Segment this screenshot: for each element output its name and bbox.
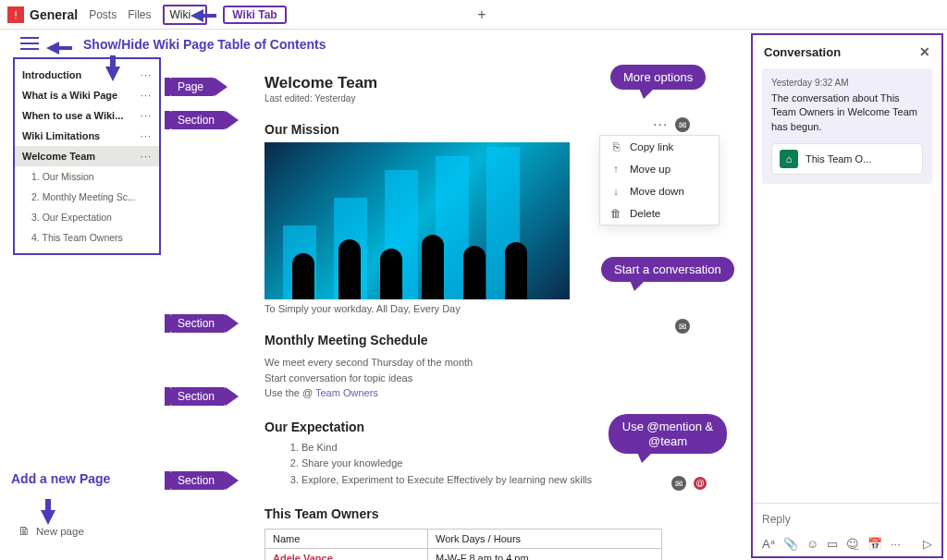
page-plus-icon: 🗎 [18, 524, 31, 538]
tab-posts[interactable]: Posts [89, 0, 117, 30]
annotation-wiki-tab: Wiki Tab [223, 6, 286, 24]
wiki-section-card[interactable]: ⌂ This Team O... [771, 143, 923, 175]
arrow-icon [191, 9, 203, 22]
annotation-start-conversation: Start a conversation [601, 257, 734, 282]
message-time: Yesterday 9:32 AM [771, 78, 923, 88]
arrow-icon [46, 42, 59, 55]
arrow-down-icon: ↓ [609, 186, 622, 197]
chat-icon[interactable]: ✉ [675, 319, 690, 334]
send-icon[interactable]: ▷ [923, 537, 932, 551]
ellipsis-icon[interactable]: ··· [141, 130, 152, 141]
toc-label: What is a Wiki Page [22, 90, 117, 101]
toc-section-expectation[interactable]: 3. Our Expectation [15, 207, 159, 227]
table-row: Adele Vance M-W-F 8 am to 4 pm [265, 549, 662, 560]
table-header-row: Name Work Days / Hours [265, 530, 662, 549]
expect-item-2: Share your knowledge [301, 456, 727, 472]
meeting-line3: Use the @ Team Owners [264, 385, 727, 401]
section-heading-meeting[interactable]: Monthly Meeting Schedule [264, 333, 727, 347]
sticker-icon[interactable]: ☺̤ [846, 537, 859, 551]
annotation-section: Section [170, 111, 226, 129]
section-context-menu: ⎘Copy link ↑Move up ↓Move down 🗑Delete [599, 135, 719, 225]
team-name: General [30, 7, 78, 22]
toc-label: Wiki Limitations [22, 130, 100, 141]
col-hours: Work Days / Hours [427, 530, 661, 549]
menu-copy-link[interactable]: ⎘Copy link [600, 136, 719, 158]
ellipsis-icon[interactable]: ··· [141, 69, 152, 80]
owner-name: Adele Vance [265, 549, 428, 560]
emoji-icon[interactable]: ☺ [806, 537, 818, 551]
tab-wiki-label: Wiki [170, 8, 191, 21]
owner-hours: M-W-F 8 am to 4 pm [427, 549, 661, 560]
menu-move-up[interactable]: ↑Move up [600, 158, 719, 180]
tab-files[interactable]: Files [128, 0, 151, 30]
mission-image [264, 142, 570, 299]
menu-delete[interactable]: 🗑Delete [600, 202, 719, 225]
toc-section-owners[interactable]: 4. This Team Owners [15, 227, 159, 248]
meeting-icon[interactable]: 📅 [867, 537, 882, 551]
attach-icon[interactable]: 📎 [783, 537, 798, 551]
trash-icon: 🗑 [609, 208, 622, 219]
menu-move-down[interactable]: ↓Move down [600, 180, 719, 202]
annotation-more-options: More options [610, 65, 706, 90]
add-tab-button[interactable]: + [477, 6, 486, 23]
menu-label: Delete [630, 208, 660, 219]
toc-section-meeting[interactable]: 2. Monthly Meeting Sc... [15, 187, 159, 207]
new-page-label: New page [36, 526, 84, 537]
conversation-title: Conversation [764, 45, 841, 59]
menu-label: Copy link [630, 141, 673, 152]
annotation-section: Section [170, 471, 226, 490]
toc-panel: Introduction··· What is a Wiki Page··· W… [13, 57, 161, 255]
conversation-message: Yesterday 9:32 AM The conversation about… [762, 68, 932, 184]
page-last-edited: Last edited: Yesterday [264, 93, 727, 103]
message-text: The conversation about This Team Owners … [771, 91, 923, 134]
annotation-page: Page [170, 78, 215, 96]
toc-page-limitations[interactable]: Wiki Limitations··· [15, 126, 159, 146]
toc-label: When to use a Wiki... [22, 110, 123, 121]
chat-icon[interactable]: ✉ [671, 476, 686, 491]
toc-page-welcome-team[interactable]: Welcome Team··· [15, 146, 159, 166]
meeting-line1: We meet every second Thursday of the mon… [264, 355, 727, 371]
compose-toolbar: Aᵃ 📎 ☺ ▭ ☺̤ 📅 ··· ▷ [753, 535, 941, 556]
annotation-section: Section [170, 387, 226, 406]
toc-label: Introduction [22, 69, 81, 80]
arrow-up-icon: ↑ [609, 164, 622, 175]
topbar: ! General Posts Files Wiki ⌄ + [0, 0, 947, 30]
team-owners-link[interactable]: Team Owners [315, 387, 378, 398]
toc-page-when-to-use[interactable]: When to use a Wiki...··· [15, 105, 159, 126]
new-page-button[interactable]: 🗎 New page [18, 524, 84, 538]
arrow-down-icon [41, 510, 55, 525]
annotation-add-page: Add a new Page [11, 471, 110, 486]
format-icon[interactable]: Aᵃ [762, 537, 775, 551]
menu-label: Move down [630, 186, 684, 197]
mission-caption: To Simply your workday. All Day, Every D… [264, 303, 727, 314]
mention-badge: @ [694, 477, 707, 490]
section-more-button[interactable]: ··· [653, 121, 668, 128]
ellipsis-icon[interactable]: ··· [141, 90, 152, 101]
toc-toggle-button[interactable] [20, 37, 39, 50]
ellipsis-icon[interactable]: ··· [141, 151, 152, 162]
toc-section-mission[interactable]: 1. Our Mission [15, 166, 159, 187]
arrow-down-icon [105, 67, 120, 81]
reply-input[interactable] [762, 509, 932, 530]
toc-label: Welcome Team [22, 151, 95, 162]
toc-page-introduction[interactable]: Introduction··· [15, 65, 159, 85]
meeting-line2: Start conversation for topic ideas [264, 371, 727, 386]
gif-icon[interactable]: ▭ [827, 537, 838, 551]
wiki-icon: ⌂ [780, 150, 798, 168]
link-icon: ⎘ [609, 141, 622, 152]
expect-item-3: Explore, Experiment to Execute Effective… [301, 472, 727, 489]
team-avatar: ! [7, 6, 24, 23]
ellipsis-icon[interactable]: ··· [141, 110, 152, 121]
annotation-toc-toggle: Show/Hide Wiki Page Table of Contents [83, 37, 326, 52]
annotation-mention: Use @mention & @team [609, 414, 727, 454]
annotation-section: Section [170, 314, 226, 333]
close-icon[interactable]: ✕ [919, 44, 930, 59]
section-heading-owners[interactable]: This Team Owners [264, 506, 727, 521]
owners-table[interactable]: Name Work Days / Hours Adele Vance M-W-F… [264, 529, 662, 560]
more-icon[interactable]: ··· [891, 537, 901, 551]
toc-page-what-is-wiki[interactable]: What is a Wiki Page··· [15, 85, 159, 105]
col-name: Name [265, 530, 428, 549]
conversation-panel: Conversation ✕ Yesterday 9:32 AM The con… [751, 33, 943, 558]
meeting-body[interactable]: We meet every second Thursday of the mon… [264, 355, 727, 401]
chat-icon[interactable]: ✉ [675, 117, 690, 132]
